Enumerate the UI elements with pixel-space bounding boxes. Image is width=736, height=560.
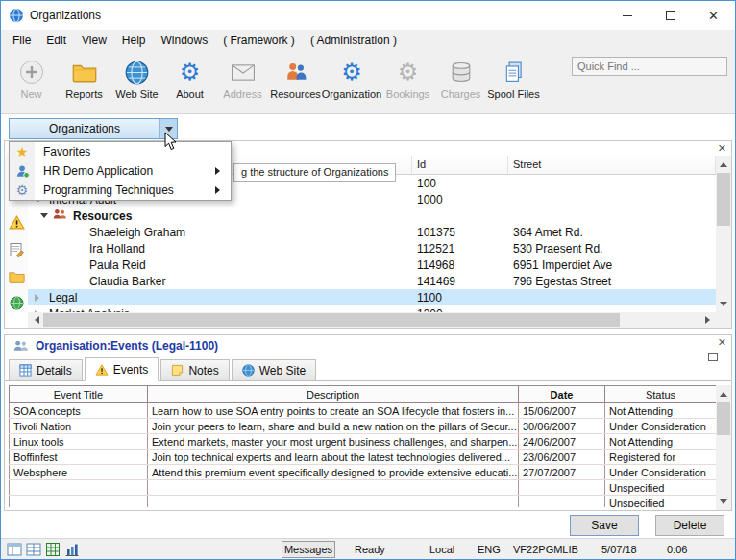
toolbar-label: Spool Files xyxy=(487,88,539,100)
menu-item-programming-techniques[interactable]: ⚙ Programming Techniques xyxy=(10,181,231,200)
globe-icon xyxy=(125,57,149,87)
person-id: 101375 xyxy=(412,226,508,239)
folder-icon[interactable] xyxy=(9,270,25,286)
tree-row[interactable]: Ira Holland 112521 530 Praesent Rd. xyxy=(28,240,716,256)
organizations-dropdown-button[interactable]: Organizations xyxy=(9,118,178,139)
tab-details[interactable]: Details xyxy=(9,359,83,380)
tree-pane-close-icon[interactable]: ✕ xyxy=(718,141,726,155)
tab-web-site[interactable]: Web Site xyxy=(232,359,316,380)
table-view-icon[interactable] xyxy=(26,542,41,559)
menubar: File Edit View Help Windows ( Framework … xyxy=(1,30,735,51)
toolbar-button-spool-files[interactable]: Spool Files xyxy=(487,55,540,100)
scrollbar-thumb[interactable] xyxy=(717,173,730,226)
scroll-down-icon[interactable] xyxy=(716,495,731,510)
save-button[interactable]: Save xyxy=(570,515,639,536)
column-header-id[interactable]: Id xyxy=(412,156,508,174)
resources-group-icon xyxy=(52,207,67,224)
menu-windows[interactable]: Windows xyxy=(154,30,216,51)
event-row[interactable]: Unspecified xyxy=(10,480,717,496)
reports-folder-icon xyxy=(72,57,97,87)
event-status: Under Consideration xyxy=(605,419,717,434)
scroll-up-icon[interactable] xyxy=(716,156,731,171)
tree-row[interactable]: Shaeleigh Graham 101375 364 Amet Rd. xyxy=(28,224,716,240)
person-name: Ira Holland xyxy=(89,242,145,256)
warning-icon[interactable] xyxy=(9,215,25,232)
event-row[interactable]: Boffinfest Join top technical experts an… xyxy=(10,450,717,465)
menu-view[interactable]: View xyxy=(74,30,114,51)
event-row[interactable]: Unspecified xyxy=(10,496,717,508)
delete-button[interactable]: Delete xyxy=(655,515,724,536)
menu-framework[interactable]: ( Framework ) xyxy=(215,30,303,51)
menu-administration[interactable]: ( Administration ) xyxy=(303,30,405,51)
gear-icon: ⚙ xyxy=(341,57,362,87)
green-globe-icon[interactable] xyxy=(10,296,24,313)
tab-notes[interactable]: Notes xyxy=(160,359,229,380)
events-vertical-scrollbar[interactable] xyxy=(716,385,731,510)
event-date: 23/06/2007 xyxy=(519,450,605,465)
scrollbar-thumb[interactable] xyxy=(43,313,620,327)
org-name: Resources xyxy=(73,209,132,223)
tree-row[interactable]: Paula Reid 114968 6951 Imperdiet Ave xyxy=(28,256,716,273)
events-grid-header: Event Title Description Date Status xyxy=(10,386,717,403)
menu-item-hr-demo-application[interactable]: HR Demo Application xyxy=(10,161,231,181)
org-name: Legal xyxy=(49,291,77,304)
person-id: 141469 xyxy=(412,275,508,288)
tree-row[interactable]: Claudia Barker 141469 796 Egestas Street xyxy=(28,273,716,289)
column-header-date[interactable]: Date xyxy=(519,386,605,403)
scroll-right-icon[interactable] xyxy=(700,312,716,328)
scrollbar-thumb[interactable] xyxy=(717,402,730,435)
scroll-down-icon[interactable] xyxy=(716,297,731,312)
event-row[interactable]: SOA concepts Learn how to use SOA entry … xyxy=(10,403,717,419)
organizations-dropdown-label: Organizations xyxy=(10,122,159,135)
toolbar-button-about[interactable]: ⚙ About xyxy=(163,55,216,100)
menu-edit[interactable]: Edit xyxy=(38,30,74,51)
database-icon xyxy=(451,57,472,87)
app-window: Organizations ✕ File Edit View Help Wind… xyxy=(0,0,736,560)
spreadsheet-icon[interactable] xyxy=(45,542,61,559)
messages-button[interactable]: Messages xyxy=(282,541,335,558)
column-header-street[interactable]: Street xyxy=(508,156,716,174)
window-layout-icon[interactable] xyxy=(7,542,22,559)
toolbar-button-organization[interactable]: ⚙ Organization xyxy=(322,55,381,100)
scroll-up-icon[interactable] xyxy=(716,385,731,401)
tree-row-selected[interactable]: Legal 1100 xyxy=(28,289,716,305)
note-edit-icon[interactable] xyxy=(9,242,24,260)
app-icon xyxy=(9,8,24,23)
column-header-status[interactable]: Status xyxy=(605,386,717,403)
event-title: Linux tools xyxy=(10,434,148,450)
bar-chart-icon[interactable] xyxy=(64,542,80,559)
event-row[interactable]: Linux tools Extend markets, master your … xyxy=(10,434,717,450)
tree-expanded-icon[interactable] xyxy=(40,213,48,222)
toolbar-button-reports[interactable]: Reports xyxy=(58,55,110,100)
event-date: 24/06/2007 xyxy=(519,434,605,450)
maximize-button[interactable] xyxy=(649,1,692,30)
menu-file[interactable]: File xyxy=(5,30,38,51)
tab-events[interactable]: Events xyxy=(85,357,159,381)
toolbar-button-website[interactable]: Web Site xyxy=(110,55,163,100)
minimize-icon xyxy=(623,15,632,16)
menu-help[interactable]: Help xyxy=(114,30,154,51)
column-header-description[interactable]: Description xyxy=(148,386,519,403)
event-row[interactable]: Websphere Attend this premium event spec… xyxy=(10,465,717,480)
documents-icon xyxy=(503,57,525,87)
events-tabbar: Details Events Notes Web Site xyxy=(5,356,731,381)
tree-horizontal-scrollbar[interactable] xyxy=(28,312,716,328)
toolbar-button-resources[interactable]: Resources xyxy=(269,55,322,100)
warning-icon xyxy=(95,364,109,376)
tree-row[interactable]: Resources xyxy=(28,207,716,224)
view-selector-row: Organizations xyxy=(1,114,735,140)
events-pane-close-icon[interactable]: ✕ xyxy=(718,336,726,349)
tree-collapsed-icon[interactable] xyxy=(35,294,43,302)
close-button[interactable]: ✕ xyxy=(692,1,735,30)
person-street: 530 Praesent Rd. xyxy=(508,242,716,256)
event-description: Attend this premium event specifically d… xyxy=(148,465,519,480)
event-row[interactable]: Tivoli Nation Join your peers to learn, … xyxy=(10,419,717,434)
scroll-left-icon[interactable] xyxy=(28,312,43,328)
quick-find-input[interactable] xyxy=(572,57,727,76)
menu-item-favorites[interactable]: ★ Favorites xyxy=(10,142,231,161)
gear-icon: ⚙ xyxy=(398,57,419,87)
tree-vertical-scrollbar[interactable] xyxy=(716,156,731,312)
tree-row[interactable]: Market Analysis 1300 xyxy=(28,305,716,312)
minimize-button[interactable] xyxy=(605,1,649,30)
column-header-event-title[interactable]: Event Title xyxy=(10,386,148,403)
